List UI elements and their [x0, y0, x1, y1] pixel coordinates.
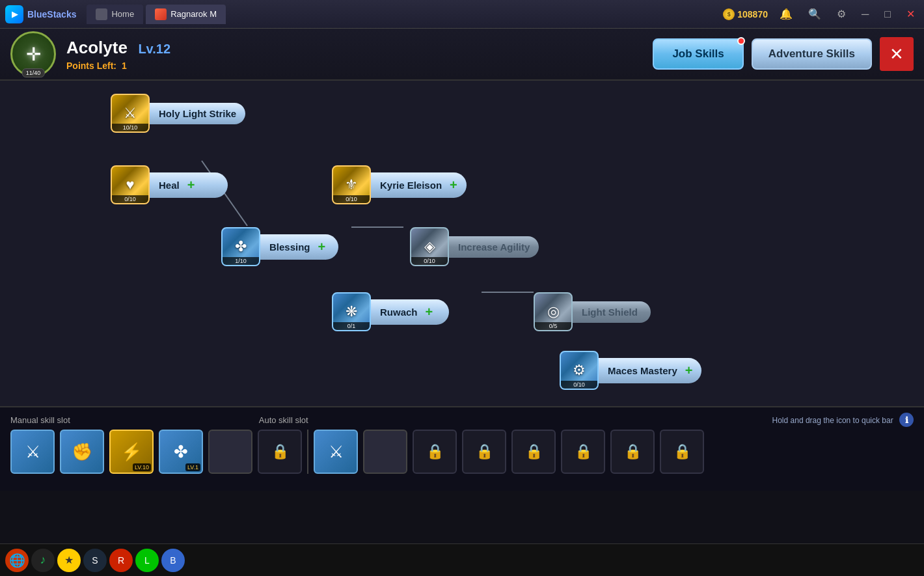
auto-slot-8: 🔒 — [660, 430, 704, 474]
skill-ruwach[interactable]: ❋ 0/1 Ruwach + — [332, 292, 449, 331]
taskbar-spotify[interactable]: ♪ — [31, 549, 55, 572]
adventure-skills-button[interactable]: Adventure Skills — [752, 38, 872, 70]
titlebar: ▶ BlueStacks Home Ragnarok M $ 108870 🔔 … — [0, 0, 924, 29]
ruwach-icon: ❋ 0/1 — [332, 292, 371, 331]
maces-mastery-plus-icon[interactable]: + — [685, 363, 693, 378]
increase-agility-level: 0/10 — [411, 257, 448, 265]
taskbar-line[interactable]: L — [135, 549, 159, 572]
manual-slot-2[interactable]: ✊ — [60, 430, 104, 474]
avatar-level-badge: 11/40 — [22, 68, 45, 77]
tab-home-label: Home — [111, 9, 134, 19]
kyrie-eleison-icon: ⚜ 0/10 — [332, 165, 371, 204]
ruwach-label: Ruwach — [380, 307, 418, 318]
manual-slot-5[interactable] — [208, 430, 252, 474]
tab-home[interactable]: Home — [87, 5, 143, 24]
drag-hint-text: Hold and drag the icon to quick bar ℹ — [772, 413, 914, 427]
auto-slot-2[interactable] — [363, 430, 407, 474]
light-shield-pill: Light Shield — [573, 301, 651, 323]
slot-divider — [307, 430, 308, 474]
blessing-level: 1/10 — [223, 257, 259, 265]
blessing-icon: ✤ 1/10 — [221, 227, 260, 266]
manual-slot-2-icon: ✊ — [72, 442, 92, 462]
close-panel-button[interactable]: ✕ — [880, 37, 914, 71]
ruwach-pill: Ruwach + — [371, 299, 449, 325]
manual-slot-3-level: LV.10 — [133, 463, 151, 471]
light-shield-level: 0/5 — [535, 322, 571, 330]
coin-icon: $ — [723, 8, 735, 20]
header-buttons: Job Skills Adventure Skills ✕ — [653, 37, 914, 71]
bluestacks-icon: ▶ — [5, 5, 23, 23]
skill-kyrie-eleison[interactable]: ⚜ 0/10 Kyrie Eleison + — [332, 165, 467, 204]
taskbar-item5[interactable]: R — [109, 549, 133, 572]
points-value: 1 — [122, 61, 127, 71]
increase-agility-label: Increase Agility — [458, 241, 530, 253]
tab-ragnarok-label: Ragnarok M — [170, 9, 217, 19]
manual-slot-3[interactable]: ⚡ LV.10 — [109, 430, 154, 474]
auto-slot-label: Auto skill slot — [259, 415, 308, 425]
lock-icon-a7: 🔒 — [624, 443, 642, 460]
titlebar-controls: $ 108870 🔔 🔍 ⚙ ─ □ ✕ — [723, 7, 919, 21]
heal-plus-icon[interactable]: + — [187, 178, 195, 193]
lock-icon-a8: 🔒 — [673, 443, 691, 460]
taskbar-item3[interactable]: ★ — [57, 549, 81, 572]
lock-icon-a5: 🔒 — [525, 443, 543, 460]
maces-mastery-label: Maces Mastery — [608, 365, 677, 376]
tab-ragnarok[interactable]: Ragnarok M — [146, 5, 226, 24]
kyrie-eleison-level: 0/10 — [333, 195, 370, 203]
manual-slot-1[interactable]: ⚔ — [10, 430, 55, 474]
auto-slot-3: 🔒 — [413, 430, 457, 474]
skill-holy-light-strike[interactable]: ⚔ 10/10 Holy Light Strike — [111, 94, 245, 133]
search-icon[interactable]: 🔍 — [804, 7, 825, 21]
manual-slot-6: 🔒 — [258, 430, 302, 474]
manual-slot-4-level: LV.1 — [185, 463, 200, 471]
blessing-pill: Blessing + — [260, 234, 338, 260]
auto-slot-4: 🔒 — [462, 430, 506, 474]
auto-slot-6: 🔒 — [561, 430, 605, 474]
gear-icon[interactable]: ⚙ — [833, 7, 850, 21]
job-skills-button[interactable]: Job Skills — [653, 38, 743, 70]
ragnarok-tab-icon — [155, 8, 167, 20]
lock-icon-a3: 🔒 — [426, 443, 444, 460]
kyrie-eleison-label: Kyrie Eleison — [380, 180, 442, 191]
ruwach-plus-icon[interactable]: + — [426, 305, 433, 320]
kyrie-plus-icon[interactable]: + — [450, 178, 457, 193]
manual-slot-1-icon: ⚔ — [25, 442, 40, 462]
notification-dot — [737, 37, 745, 45]
skill-light-shield[interactable]: ◎ 0/5 Light Shield — [534, 292, 651, 331]
points-label: Points Left: — [66, 61, 116, 71]
auto-slot-7: 🔒 — [610, 430, 655, 474]
minimize-button[interactable]: ─ — [858, 7, 873, 21]
manual-slot-4[interactable]: ✤ LV.1 — [159, 430, 203, 474]
skill-increase-agility[interactable]: ◈ 0/10 Increase Agility — [410, 227, 539, 266]
taskbar-bs[interactable]: B — [161, 549, 185, 572]
bell-icon[interactable]: 🔔 — [776, 7, 796, 21]
lock-icon-a6: 🔒 — [575, 443, 592, 460]
skill-blessing[interactable]: ✤ 1/10 Blessing + — [221, 227, 338, 266]
auto-slot-5: 🔒 — [511, 430, 556, 474]
app-name: BlueStacks — [27, 9, 76, 20]
taskbar-steam[interactable]: S — [83, 549, 107, 572]
skills-tree-area: ⚔ 10/10 Holy Light Strike ♥ 0/10 Heal + … — [0, 81, 924, 406]
maces-mastery-level: 0/10 — [561, 381, 597, 389]
ruwach-level: 0/1 — [333, 322, 370, 330]
skill-heal[interactable]: ♥ 0/10 Heal + — [111, 165, 228, 204]
taskbar-chrome[interactable]: 🌐 — [5, 549, 29, 572]
game-header: ✛ 11/40 Acolyte Lv.12 Points Left: 1 Job… — [0, 29, 924, 81]
character-name: Acolyte — [66, 38, 128, 57]
manual-slot-label: Manual skill slot — [10, 415, 70, 425]
blessing-plus-icon[interactable]: + — [318, 240, 326, 254]
slots-row: ⚔ ✊ ⚡ LV.10 ✤ LV.1 🔒 ⚔ — [10, 430, 914, 474]
maximize-button[interactable]: □ — [880, 7, 895, 21]
holy-light-strike-pill: Holy Light Strike — [150, 103, 245, 124]
taskbar: 🌐 ♪ ★ S R L B — [0, 543, 924, 576]
heal-icon: ♥ 0/10 — [111, 165, 150, 204]
close-button[interactable]: ✕ — [903, 7, 919, 21]
holy-light-strike-icon: ⚔ 10/10 — [111, 94, 150, 133]
maces-mastery-pill: Maces Mastery + — [599, 358, 701, 383]
skill-maces-mastery[interactable]: ⚙ 0/10 Maces Mastery + — [560, 351, 701, 390]
auto-slot-1[interactable]: ⚔ — [314, 430, 358, 474]
character-info: Acolyte Lv.12 Points Left: 1 — [66, 38, 642, 71]
game-window: ✛ 11/40 Acolyte Lv.12 Points Left: 1 Job… — [0, 29, 924, 543]
blessing-label: Blessing — [269, 241, 310, 253]
lock-icon-6: 🔒 — [271, 443, 289, 460]
